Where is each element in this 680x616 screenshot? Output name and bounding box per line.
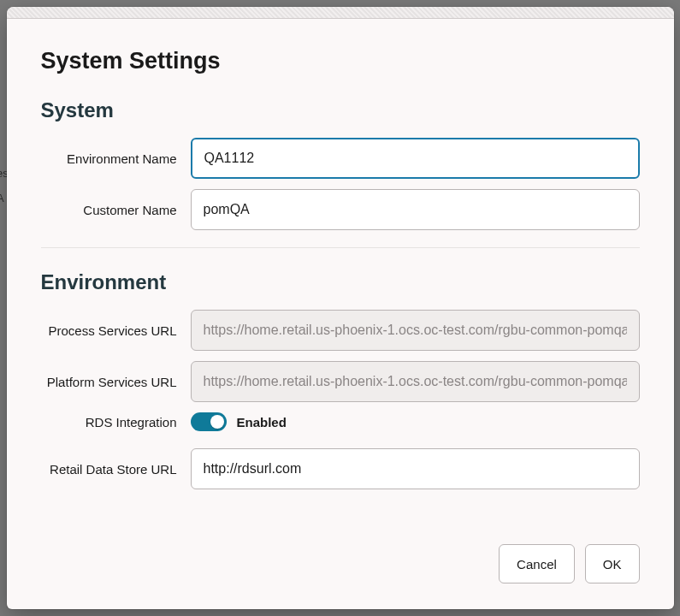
environment-name-field[interactable] [191, 138, 640, 179]
label-rds-integration: RDS Integration [41, 415, 191, 429]
row-retail-data-store-url: Retail Data Store URL [41, 448, 640, 489]
row-platform-services-url: Platform Services URL [41, 361, 640, 402]
row-process-services-url: Process Services URL [41, 310, 640, 351]
process-services-url-field [191, 310, 640, 351]
section-heading-environment: Environment [41, 270, 640, 294]
label-customer-name: Customer Name [41, 203, 191, 217]
dialog-footer: Cancel OK [7, 544, 674, 609]
section-divider [41, 247, 640, 248]
label-retail-data-store-url: Retail Data Store URL [41, 462, 191, 477]
system-settings-dialog: System Settings System Environment Name … [7, 7, 674, 609]
ok-button[interactable]: OK [585, 544, 640, 583]
customer-name-field[interactable] [191, 189, 640, 230]
label-environment-name: Environment Name [41, 151, 191, 166]
row-customer-name: Customer Name [41, 189, 640, 230]
label-platform-services-url: Platform Services URL [41, 375, 191, 389]
ctrl-customer-name [191, 189, 640, 230]
rds-integration-state-label: Enabled [237, 415, 287, 429]
ctrl-platform-services-url [191, 361, 640, 402]
dialog-body: System Settings System Environment Name … [7, 19, 674, 544]
retail-data-store-url-field[interactable] [191, 448, 640, 489]
ctrl-rds-integration: Enabled [191, 412, 640, 431]
modal-backdrop: es A System Settings System Environment … [0, 0, 680, 616]
row-rds-integration: RDS Integration Enabled [41, 412, 640, 431]
ctrl-retail-data-store-url [191, 448, 640, 489]
toggle-knob [210, 415, 224, 429]
rds-integration-toggle[interactable] [191, 412, 227, 431]
ctrl-environment-name [191, 138, 640, 179]
label-process-services-url: Process Services URL [41, 323, 191, 338]
cancel-button[interactable]: Cancel [499, 544, 575, 583]
section-heading-system: System [41, 98, 640, 122]
dialog-titlebar-strip [7, 7, 674, 19]
dialog-title: System Settings [41, 48, 640, 74]
row-environment-name: Environment Name [41, 138, 640, 179]
platform-services-url-field [191, 361, 640, 402]
ctrl-process-services-url [191, 310, 640, 351]
